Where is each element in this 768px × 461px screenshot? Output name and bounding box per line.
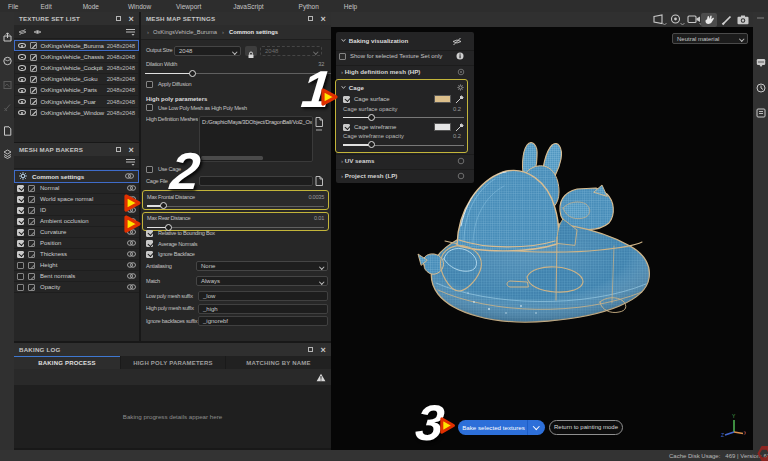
svg-text:Z: Z xyxy=(721,432,724,438)
svg-text:Y: Y xyxy=(732,413,736,419)
svg-text:X: X xyxy=(744,430,747,436)
